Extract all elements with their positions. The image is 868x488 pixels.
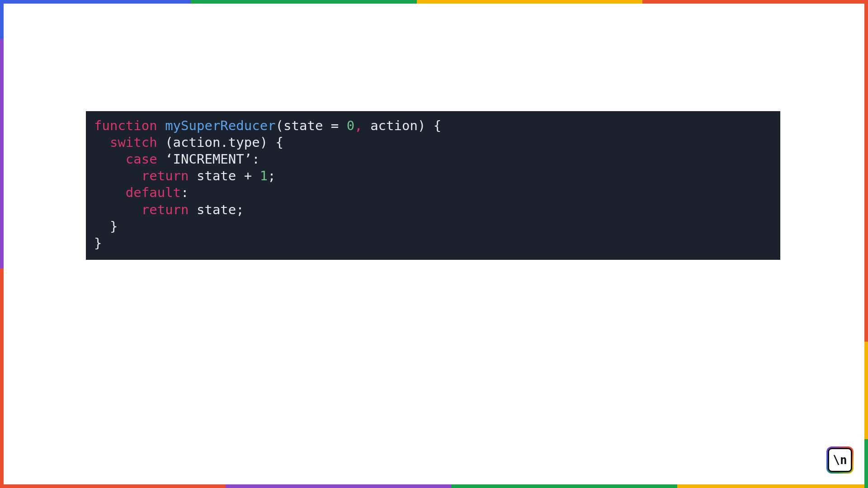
code-number-one: 1 <box>260 168 268 183</box>
code-keyword-switch: switch <box>110 135 157 150</box>
code-keyword-function: function <box>94 118 157 133</box>
code-indent <box>94 185 126 200</box>
code-keyword-return: return <box>142 168 189 183</box>
code-brace-close: } <box>110 219 118 234</box>
code-indent <box>94 202 142 217</box>
code-block: function mySuperReducer(state = 0, actio… <box>86 111 780 260</box>
code-keyword-case: case <box>126 151 157 167</box>
brand-logo-text: \n <box>828 448 852 472</box>
code-space <box>157 118 165 133</box>
frame-border-top <box>0 0 868 4</box>
brand-logo: \n <box>826 446 854 474</box>
code-string-increment: ‘INCREMENT’ <box>165 151 252 167</box>
code-keyword-return: return <box>142 202 189 217</box>
code-indent <box>94 151 126 167</box>
code-indent <box>94 168 142 183</box>
code-keyword-default: default <box>126 185 181 200</box>
code-colon: : <box>181 185 189 200</box>
code-number-zero: 0 <box>347 118 354 133</box>
code-punct: ( <box>276 118 283 133</box>
code-indent <box>94 219 110 234</box>
code-comma: , <box>354 118 362 133</box>
code-param-action: action <box>363 118 418 133</box>
code-expr: state + <box>189 168 260 183</box>
code-colon: : <box>252 151 259 167</box>
code-switch-expr: (action.type) { <box>157 135 283 150</box>
code-brace-close: } <box>94 235 102 251</box>
code-semi: ; <box>268 168 275 183</box>
code-eq: = <box>323 118 346 133</box>
code-punct: ) <box>418 118 425 133</box>
code-return-state: state; <box>189 202 244 217</box>
code-brace: { <box>425 118 441 133</box>
slide-canvas: function mySuperReducer(state = 0, actio… <box>4 4 864 484</box>
frame-border-right <box>864 0 868 488</box>
frame-border-bottom <box>0 484 868 488</box>
code-indent <box>94 135 110 150</box>
code-param-state: state <box>283 118 323 133</box>
frame-border-left <box>0 0 4 488</box>
code-space <box>157 151 165 167</box>
code-function-name: mySuperReducer <box>165 118 275 133</box>
